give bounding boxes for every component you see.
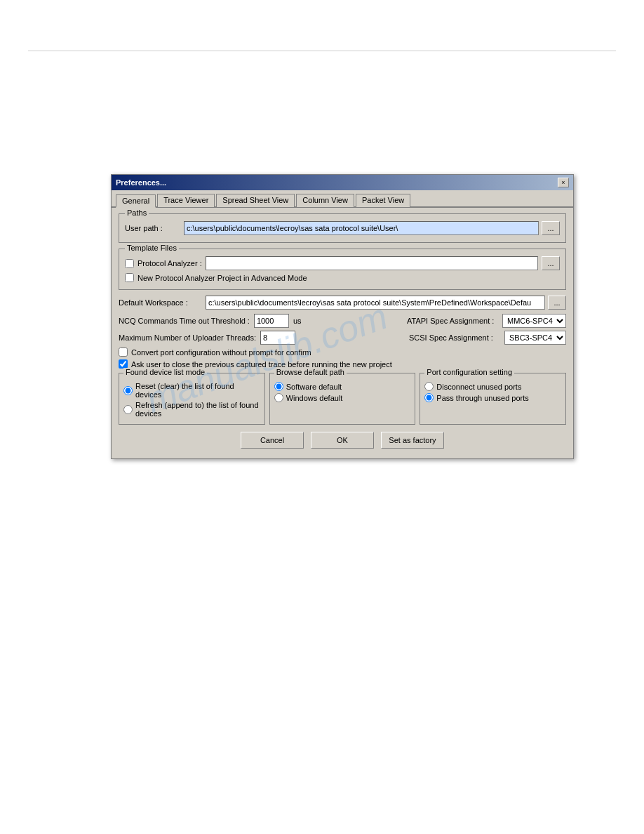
refresh-radio-row: Refresh (append to) the list of found de…: [123, 401, 260, 418]
tab-spread-sheet-view[interactable]: Spread Sheet View: [216, 194, 295, 207]
pass-through-label: Pass through unused ports: [436, 394, 528, 402]
browse-default-group: Browse default path Software default Win…: [269, 373, 416, 425]
ncq-unit: us: [293, 317, 307, 325]
workspace-label: Default Workspace :: [119, 298, 203, 307]
new-project-row: New Protocol Analyzer Project in Advance…: [125, 273, 560, 282]
paths-group: Paths User path : ...: [119, 213, 566, 243]
threads-row: Maximum Number of Uploader Threads: SCSI…: [119, 331, 566, 345]
software-default-row: Software default: [274, 382, 411, 391]
protocol-analyzer-label: Protocol Analyzer :: [137, 259, 202, 267]
refresh-radio[interactable]: [123, 405, 133, 414]
found-device-group-label: Found device list mode: [123, 368, 207, 376]
user-path-label: User path :: [125, 224, 181, 232]
atapi-select[interactable]: MMC6-SPC4 MMC5-SPC4 MMC4-SPC4: [502, 314, 566, 328]
preferences-dialog: Preferences... × General Trace Viewer Sp…: [111, 174, 574, 459]
convert-port-checkbox[interactable]: [119, 348, 128, 357]
threads-label: Maximum Number of Uploader Threads:: [119, 333, 256, 342]
paths-group-label: Paths: [125, 208, 149, 217]
convert-port-row: Convert port configuration without promp…: [119, 348, 566, 357]
user-path-row: User path : ...: [125, 221, 560, 235]
dialog-titlebar: Preferences... ×: [112, 175, 573, 190]
windows-default-radio[interactable]: [274, 393, 283, 402]
protocol-analyzer-checkbox[interactable]: [125, 259, 134, 268]
new-project-label: New Protocol Analyzer Project in Advance…: [137, 274, 307, 282]
ok-button[interactable]: OK: [311, 432, 374, 449]
dialog-title: Preferences...: [116, 178, 166, 187]
template-files-label: Template Files: [125, 244, 179, 252]
convert-port-label: Convert port configuration without promp…: [131, 348, 311, 357]
atapi-label: ATAPI Spec Assignment :: [407, 317, 498, 325]
set-as-factory-button[interactable]: Set as factory: [381, 432, 444, 449]
tab-trace-viewer[interactable]: Trace Viewer: [157, 194, 215, 207]
new-project-checkbox[interactable]: [125, 273, 134, 282]
found-device-group: Found device list mode Reset (clear) the…: [119, 373, 265, 425]
tab-bar: General Trace Viewer Spread Sheet View C…: [112, 190, 573, 208]
refresh-label: Refresh (append to) the list of found de…: [135, 401, 260, 418]
reset-label: Reset (clear) the list of found devices: [135, 382, 260, 399]
workspace-input[interactable]: [206, 296, 545, 310]
port-config-group: Port configuration setting Disconnect un…: [420, 373, 566, 425]
threads-input[interactable]: [260, 331, 295, 345]
disconnect-label: Disconnect unused ports: [436, 383, 521, 391]
protocol-analyzer-input[interactable]: [206, 256, 538, 270]
user-path-browse-button[interactable]: ...: [542, 221, 560, 235]
workspace-browse-button[interactable]: ...: [548, 296, 566, 310]
ncq-label: NCQ Commands Time out Threshold :: [119, 317, 250, 325]
close-button[interactable]: ×: [558, 178, 569, 187]
workspace-row: Default Workspace : ...: [119, 296, 566, 310]
bottom-groups: Found device list mode Reset (clear) the…: [119, 373, 566, 425]
tab-column-view[interactable]: Column View: [296, 194, 354, 207]
scsi-select[interactable]: SBC3-SPC4 SBC2-SPC3: [504, 331, 566, 345]
software-default-label: Software default: [286, 383, 342, 391]
user-path-input[interactable]: [184, 221, 539, 235]
windows-default-label: Windows default: [286, 394, 343, 402]
disconnect-radio[interactable]: [424, 382, 434, 391]
reset-radio-row: Reset (clear) the list of found devices: [123, 382, 260, 399]
tab-general[interactable]: General: [116, 194, 156, 208]
software-default-radio[interactable]: [274, 382, 283, 391]
cancel-button[interactable]: Cancel: [241, 432, 304, 449]
tab-packet-view[interactable]: Packet View: [356, 194, 410, 207]
pass-through-row: Pass through unused ports: [424, 393, 561, 402]
ask-user-label: Ask user to close the previous captured …: [131, 360, 392, 369]
template-files-group: Template Files Protocol Analyzer : ... N…: [119, 249, 566, 290]
disconnect-row: Disconnect unused ports: [424, 382, 561, 391]
windows-default-row: Windows default: [274, 393, 411, 402]
ncq-input[interactable]: [254, 314, 289, 328]
reset-radio[interactable]: [123, 386, 133, 395]
dialog-content: Paths User path : ... Template Files Pro…: [112, 208, 573, 458]
ncq-row: NCQ Commands Time out Threshold : us ATA…: [119, 314, 566, 328]
button-row: Cancel OK Set as factory: [119, 432, 566, 451]
browse-default-group-label: Browse default path: [274, 368, 347, 376]
protocol-analyzer-row: Protocol Analyzer : ...: [125, 256, 560, 270]
pass-through-radio[interactable]: [424, 393, 434, 402]
top-rule: [28, 51, 616, 51]
port-config-group-label: Port configuration setting: [424, 368, 514, 376]
protocol-analyzer-browse-button[interactable]: ...: [542, 256, 560, 270]
scsi-label: SCSI Spec Assignment :: [409, 333, 500, 342]
